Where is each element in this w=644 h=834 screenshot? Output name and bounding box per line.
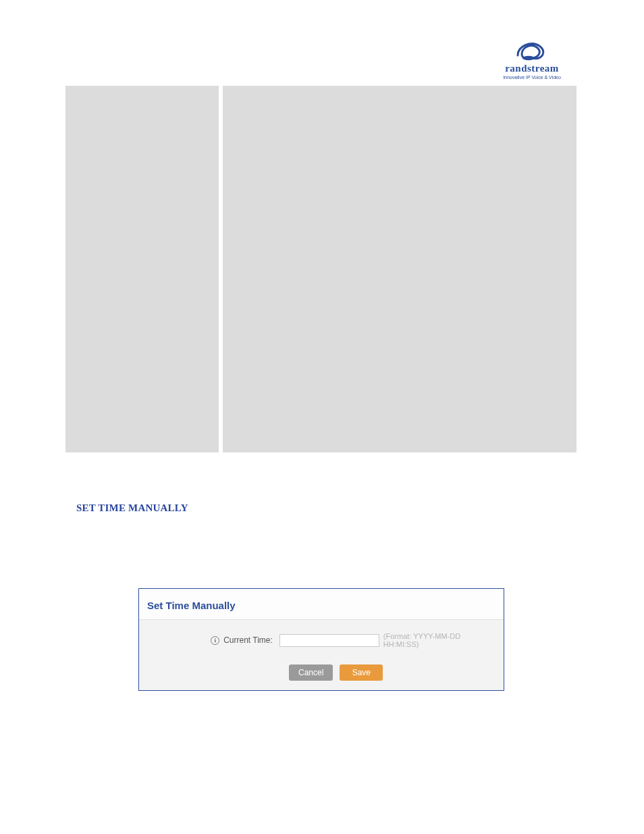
panel-body: i Current Time: (Format: YYYY-MM-DD HH:M… [139, 620, 504, 690]
button-row: Cancel Save [147, 664, 495, 681]
info-icon[interactable]: i [211, 636, 219, 645]
current-time-row: i Current Time: (Format: YYYY-MM-DD HH:M… [147, 632, 495, 648]
current-time-label: Current Time: [223, 635, 273, 645]
brand-name: randstream [505, 63, 559, 74]
brand-logo: randstream Innovative IP Voice & Video [498, 39, 566, 80]
section-heading: SET TIME MANUALLY [76, 502, 188, 514]
input-cell: (Format: YYYY-MM-DD HH:MI:SS) [279, 632, 495, 648]
sidebar-placeholder [65, 86, 219, 452]
format-hint: (Format: YYYY-MM-DD HH:MI:SS) [383, 632, 495, 648]
grandstream-logo-icon [512, 39, 552, 62]
main-placeholder [223, 86, 576, 452]
label-cell: i Current Time: [147, 635, 279, 645]
content-area [65, 86, 576, 452]
panel-title: Set Time Manually [139, 589, 504, 620]
cancel-button[interactable]: Cancel [289, 664, 333, 681]
current-time-input[interactable] [279, 634, 379, 647]
save-button[interactable]: Save [340, 664, 383, 681]
svg-point-0 [522, 56, 535, 60]
brand-tagline: Innovative IP Voice & Video [498, 75, 566, 80]
set-time-panel: Set Time Manually i Current Time: (Forma… [138, 588, 504, 691]
